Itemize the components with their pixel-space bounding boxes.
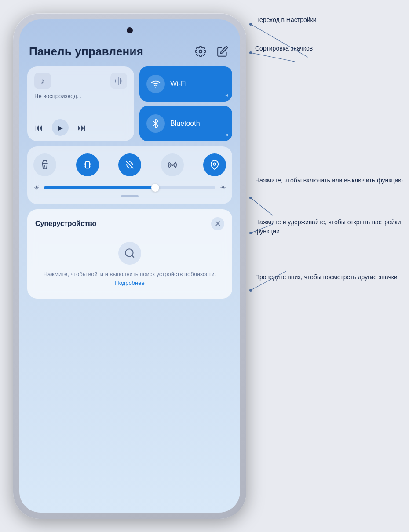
svg-point-0 <box>199 50 202 53</box>
settings-button[interactable] <box>193 44 208 59</box>
prev-button[interactable]: ⏮ <box>34 123 43 133</box>
super-device-tile: Суперустройство ✕ Нажмите, чтобы войти и… <box>27 209 232 299</box>
page-title: Панель управления <box>29 45 143 58</box>
svg-point-16 <box>249 23 252 26</box>
media-not-playing: Не воспроизвод. . <box>34 93 127 99</box>
svg-line-21 <box>251 224 273 233</box>
annotation-sort: Сортировка значков <box>255 44 313 53</box>
quick-icons-row <box>33 153 226 176</box>
svg-point-12 <box>213 163 216 165</box>
annotation-hold: Нажмите и удерживайте, чтобы открыть нас… <box>255 218 409 236</box>
super-device-link[interactable]: Подробнее <box>115 280 144 286</box>
annotation-sort-text: Сортировка значков <box>255 45 313 52</box>
music-icon: ♪ <box>34 73 51 89</box>
annotations-area: Переход в Настройки Сортировка значков Н… <box>246 0 409 532</box>
location-button[interactable] <box>203 153 226 176</box>
quick-actions-tile: ☀ ☀ <box>27 146 232 204</box>
brightness-low-icon: ☀ <box>33 183 40 192</box>
svg-line-10 <box>126 161 134 169</box>
brightness-slider[interactable] <box>44 186 215 189</box>
brightness-high-icon: ☀ <box>220 183 226 192</box>
location-icon <box>210 160 219 170</box>
svg-line-19 <box>251 198 273 215</box>
wifi-icon <box>151 79 161 89</box>
vibrate-icon <box>83 160 92 170</box>
phone-frame: Панель управления <box>13 13 246 519</box>
rotate-icon <box>125 160 135 170</box>
annotation-toggle: Нажмите, чтобы включить или выключить фу… <box>255 176 403 185</box>
svg-rect-3 <box>85 162 89 168</box>
header: Панель управления <box>27 44 232 59</box>
svg-point-22 <box>249 232 252 234</box>
sound-wave-icon <box>114 76 124 86</box>
header-icons <box>193 44 230 59</box>
media-controls: ⏮ ▶ ⏭ <box>34 119 127 136</box>
super-device-description: Нажмите, чтобы войти и выполнить поиск у… <box>35 270 224 287</box>
flashlight-button[interactable] <box>33 153 56 176</box>
camera-cutout <box>127 27 133 33</box>
content-area: Панель управления <box>19 44 240 513</box>
svg-point-24 <box>249 289 252 292</box>
wifi-arrow: ◂ <box>225 92 228 98</box>
swipe-indicator <box>121 195 139 197</box>
svg-point-13 <box>125 249 133 256</box>
super-device-header: Суперустройство ✕ <box>35 217 224 230</box>
bluetooth-icon <box>151 119 161 128</box>
annotation-swipe: Проведите вниз, чтобы посмотреть другие … <box>255 273 398 282</box>
annotation-settings-text: Переход в Настройки <box>255 16 316 23</box>
top-tiles: ♪ Не воспроизвод. . ⏮ ▶ ⏭ <box>27 66 232 141</box>
search-icon <box>124 248 135 259</box>
svg-point-11 <box>172 164 173 166</box>
rotate-button[interactable] <box>118 153 141 176</box>
brightness-fill <box>44 186 156 189</box>
phone-screen: Панель управления <box>19 19 240 513</box>
brightness-thumb[interactable] <box>151 184 159 192</box>
bluetooth-tile[interactable]: Bluetooth ◂ <box>139 106 232 141</box>
media-tile[interactable]: ♪ Не воспроизвод. . ⏮ ▶ ⏭ <box>27 66 134 141</box>
hotspot-button[interactable] <box>161 153 184 176</box>
annotation-settings: Переход в Настройки <box>255 15 316 25</box>
edit-icon <box>217 46 228 57</box>
svg-line-14 <box>132 255 134 258</box>
hotspot-icon <box>168 160 177 170</box>
svg-line-17 <box>251 53 295 62</box>
svg-line-15 <box>251 24 308 57</box>
annotation-swipe-text: Проведите вниз, чтобы посмотреть другие … <box>255 273 398 281</box>
bluetooth-icon-wrapper <box>146 114 165 133</box>
gear-icon <box>195 46 206 57</box>
annotation-hold-text: Нажмите и удерживайте, чтобы открыть нас… <box>255 219 401 235</box>
wave-icon <box>110 73 127 89</box>
search-button[interactable] <box>118 242 141 265</box>
vibrate-button[interactable] <box>76 153 99 176</box>
play-button[interactable]: ▶ <box>52 119 69 136</box>
super-device-close-button[interactable]: ✕ <box>211 217 224 230</box>
edit-button[interactable] <box>215 44 230 59</box>
brightness-row: ☀ ☀ <box>33 183 226 192</box>
annotation-toggle-text: Нажмите, чтобы включить или выключить фу… <box>255 177 403 184</box>
super-device-desc-text: Нажмите, чтобы войти и выполнить поиск у… <box>44 271 216 277</box>
wifi-tile[interactable]: Wi-Fi ◂ <box>139 66 232 102</box>
bluetooth-label: Bluetooth <box>170 120 200 128</box>
super-device-search: Нажмите, чтобы войти и выполнить поиск у… <box>35 237 224 290</box>
wifi-icon-wrapper <box>146 75 165 93</box>
connectivity-tiles: Wi-Fi ◂ Bluetooth ◂ <box>139 66 232 141</box>
bluetooth-arrow: ◂ <box>225 131 228 138</box>
media-tile-top: ♪ <box>34 73 127 89</box>
next-button[interactable]: ⏭ <box>77 123 86 133</box>
svg-line-23 <box>251 271 286 290</box>
wifi-label: Wi-Fi <box>170 80 186 88</box>
super-device-title: Суперустройство <box>35 220 96 228</box>
svg-point-20 <box>249 197 252 199</box>
flashlight-icon <box>40 160 50 170</box>
annotation-lines-svg <box>246 0 409 532</box>
svg-point-18 <box>249 51 252 54</box>
